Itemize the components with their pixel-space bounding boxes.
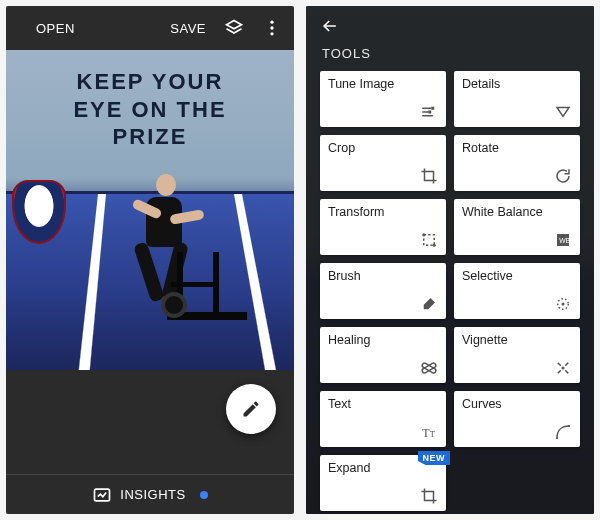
tool-vignette[interactable]: Vignette xyxy=(454,327,580,383)
svg-point-2 xyxy=(270,32,273,35)
curves-icon xyxy=(554,423,572,441)
canvas-area: KEEP YOUR EYE ON THE PRIZE xyxy=(6,50,294,474)
tool-brush[interactable]: Brush xyxy=(320,263,446,319)
tool-label: Text xyxy=(328,397,438,411)
tool-label: Selective xyxy=(462,269,572,283)
overflow-menu-icon[interactable] xyxy=(262,18,282,38)
tool-label: Rotate xyxy=(462,141,572,155)
overlay-line-1: KEEP YOUR xyxy=(6,68,294,96)
tool-tune-image[interactable]: Tune Image xyxy=(320,71,446,127)
tool-transform[interactable]: Transform xyxy=(320,199,446,255)
tool-white-balance[interactable]: White Balance xyxy=(454,199,580,255)
tool-label: Details xyxy=(462,77,572,91)
rotate-icon xyxy=(554,167,572,185)
brush-icon xyxy=(420,295,438,313)
tool-details[interactable]: Details xyxy=(454,71,580,127)
expand-icon xyxy=(420,487,438,505)
tools-grid: Tune ImageDetailsCropRotateTransformWhit… xyxy=(320,71,580,511)
tool-rotate[interactable]: Rotate xyxy=(454,135,580,191)
save-button[interactable]: SAVE xyxy=(170,21,206,36)
tool-crop[interactable]: Crop xyxy=(320,135,446,191)
insights-bar[interactable]: INSIGHTS xyxy=(6,474,294,514)
tool-label: Curves xyxy=(462,397,572,411)
svg-point-0 xyxy=(270,21,273,24)
tool-label: Brush xyxy=(328,269,438,283)
tool-healing[interactable]: Healing xyxy=(320,327,446,383)
overlay-line-3: PRIZE xyxy=(6,123,294,151)
back-arrow-icon[interactable] xyxy=(320,16,340,36)
insights-indicator-dot xyxy=(200,491,208,499)
tool-label: Vignette xyxy=(462,333,572,347)
transform-icon xyxy=(420,231,438,249)
tools-header xyxy=(320,16,580,36)
open-label: OPEN xyxy=(36,21,75,36)
tool-label: Healing xyxy=(328,333,438,347)
tool-label: White Balance xyxy=(462,205,572,219)
tool-label: Expand xyxy=(328,461,438,475)
insights-label: INSIGHTS xyxy=(120,487,185,502)
new-badge: NEW xyxy=(418,451,451,465)
pencil-icon xyxy=(241,399,261,419)
svg-point-1 xyxy=(270,26,273,29)
image-overlay-text: KEEP YOUR EYE ON THE PRIZE xyxy=(6,68,294,151)
tool-label: Crop xyxy=(328,141,438,155)
tool-label: Tune Image xyxy=(328,77,438,91)
editor-screen: OPEN SAVE xyxy=(6,6,294,514)
tool-expand[interactable]: ExpandNEW xyxy=(320,455,446,511)
crop-icon xyxy=(420,167,438,185)
text-icon xyxy=(420,423,438,441)
overlay-line-2: EYE ON THE xyxy=(6,96,294,124)
edited-image[interactable]: KEEP YOUR EYE ON THE PRIZE xyxy=(6,50,294,370)
tools-screen: KEEP YOUR EYE ON THE PRIZE TOOLS Tune Im… xyxy=(306,6,594,514)
tool-text[interactable]: Text xyxy=(320,391,446,447)
editor-topbar: OPEN SAVE xyxy=(6,6,294,50)
tool-selective[interactable]: Selective xyxy=(454,263,580,319)
sled-equipment xyxy=(167,252,257,332)
triangle-down-icon xyxy=(554,103,572,121)
tool-label: Transform xyxy=(328,205,438,219)
layers-icon[interactable] xyxy=(224,18,244,38)
sliders-icon xyxy=(420,103,438,121)
tools-heading: TOOLS xyxy=(322,46,578,61)
open-button[interactable]: OPEN xyxy=(36,21,75,36)
insights-icon xyxy=(92,485,112,505)
selective-icon xyxy=(554,295,572,313)
vignette-icon xyxy=(554,359,572,377)
tool-curves[interactable]: Curves xyxy=(454,391,580,447)
bandage-icon xyxy=(420,359,438,377)
save-label: SAVE xyxy=(170,21,206,36)
wb-icon xyxy=(554,231,572,249)
edit-fab-button[interactable] xyxy=(226,384,276,434)
